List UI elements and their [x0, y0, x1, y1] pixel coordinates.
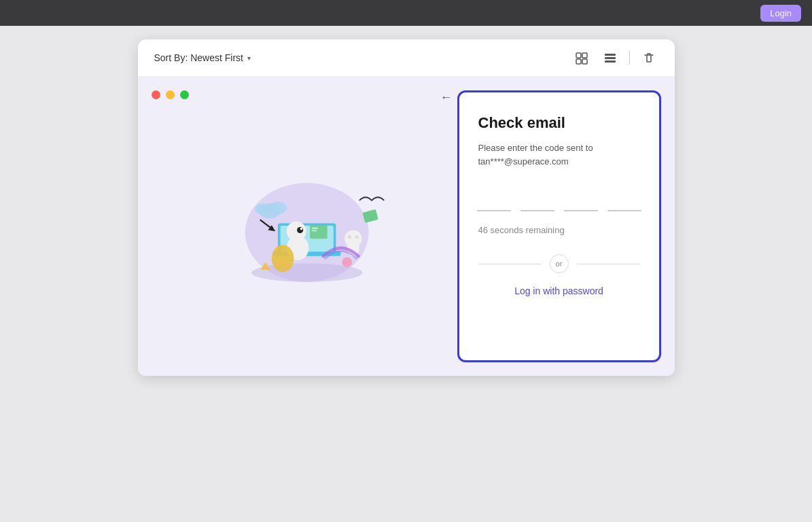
svg-rect-30	[362, 209, 378, 223]
inner-window: ← Check email Please enter the code sent…	[138, 77, 675, 376]
svg-point-31	[271, 245, 294, 272]
otp-input-3[interactable]	[564, 187, 598, 211]
or-circle: or	[550, 254, 569, 273]
traffic-lights	[152, 90, 189, 99]
sort-button[interactable]: Sort By: Newest First ▾	[154, 52, 251, 63]
login-button[interactable]: Login	[760, 5, 801, 22]
trash-icon	[642, 51, 656, 65]
titlebar: Login	[0, 0, 812, 26]
svg-rect-17	[311, 228, 317, 229]
otp-input-4[interactable]	[607, 187, 641, 211]
back-button[interactable]: ←	[440, 90, 453, 105]
minimize-dot[interactable]	[166, 90, 175, 99]
or-line-left	[478, 264, 542, 264]
illustration-area	[138, 77, 457, 376]
log-in-password-button[interactable]: Log in with password	[478, 285, 640, 296]
svg-rect-3	[582, 59, 587, 64]
svg-rect-6	[605, 60, 616, 63]
illustration	[196, 158, 400, 294]
otp-input-2[interactable]	[520, 187, 554, 211]
maximize-dot[interactable]	[180, 90, 189, 99]
toolbar-icons	[572, 48, 658, 67]
svg-rect-4	[605, 54, 616, 56]
svg-rect-18	[311, 230, 316, 231]
list-view-icon	[575, 51, 588, 65]
timer-text: 46 seconds remaining	[478, 225, 640, 235]
otp-row	[478, 187, 640, 211]
or-divider: or	[478, 254, 640, 273]
svg-point-29	[342, 257, 352, 267]
delete-button[interactable]	[639, 48, 658, 67]
svg-point-14	[297, 227, 303, 233]
panel-content: ← Check email Please enter the code sent…	[138, 77, 675, 376]
svg-point-13	[286, 222, 306, 241]
svg-point-24	[255, 203, 270, 214]
list-view-button[interactable]	[572, 48, 591, 67]
svg-rect-1	[582, 53, 587, 58]
svg-point-27	[347, 235, 351, 239]
close-dot[interactable]	[152, 90, 160, 99]
otp-input-1[interactable]	[477, 187, 511, 211]
check-email-subtitle: Please enter the code sent to tan****@su…	[478, 141, 640, 168]
grid-view-button[interactable]	[601, 48, 620, 67]
svg-rect-2	[576, 59, 581, 64]
or-line-right	[577, 264, 640, 264]
svg-point-15	[300, 228, 302, 230]
svg-rect-5	[605, 57, 616, 59]
svg-rect-0	[576, 53, 581, 58]
chevron-down-icon: ▾	[247, 54, 251, 62]
svg-point-28	[355, 235, 358, 239]
svg-point-23	[269, 202, 286, 214]
check-email-panel: ← Check email Please enter the code sent…	[457, 90, 661, 362]
svg-rect-16	[310, 225, 327, 239]
toolbar-divider	[629, 51, 630, 65]
sort-label: Sort By: Newest First	[154, 52, 243, 63]
panel: Sort By: Newest First ▾	[138, 39, 675, 376]
grid-view-icon	[603, 51, 617, 65]
check-email-title: Check email	[478, 114, 640, 132]
main-area: Sort By: Newest First ▾	[0, 26, 812, 522]
toolbar: Sort By: Newest First ▾	[138, 39, 675, 77]
